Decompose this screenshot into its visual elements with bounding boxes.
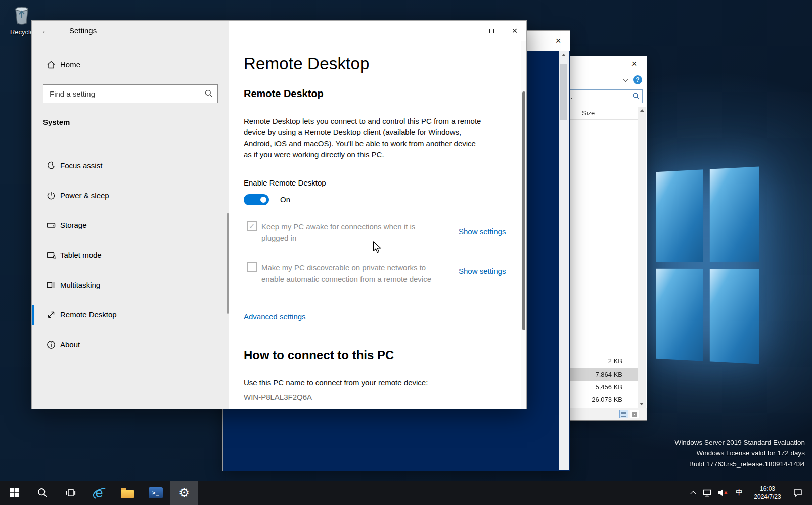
scroll-down-icon xyxy=(640,403,644,405)
watermark-line: Windows License valid for 172 days xyxy=(675,448,805,458)
sidebar-item-label: Tablet mode xyxy=(60,245,102,265)
sidebar-item-remote-desktop[interactable]: Remote Desktop xyxy=(32,305,229,325)
thumbnails-view-button[interactable] xyxy=(630,410,639,418)
action-center-button[interactable] xyxy=(788,481,808,505)
search-icon xyxy=(37,488,48,498)
remote-desktop-description: Remote Desktop lets you connect to and c… xyxy=(244,116,482,160)
close-icon xyxy=(555,36,561,46)
sidebar-item-label: Power & sleep xyxy=(60,186,109,206)
close-icon xyxy=(512,26,517,36)
discoverable-checkbox[interactable] xyxy=(247,262,257,272)
tray-overflow-button[interactable] xyxy=(687,481,700,505)
tablet-mode-icon xyxy=(46,250,56,260)
settings-sidebar: Settings Home System xyxy=(32,21,229,409)
multitasking-icon xyxy=(46,280,56,290)
how-to-connect-heading: How to connect to this PC xyxy=(244,348,394,362)
file-explorer-button[interactable] xyxy=(113,481,142,505)
start-icon xyxy=(10,488,19,497)
clock[interactable]: 16:03 2024/7/23 xyxy=(747,481,788,505)
settings-maximize-button[interactable] xyxy=(480,21,503,41)
clock-date: 2024/7/23 xyxy=(754,493,781,501)
minimize-icon xyxy=(581,64,586,64)
scroll-thumb[interactable] xyxy=(560,64,567,120)
sidebar-nav-list: Focus assist Power & sleep Storage xyxy=(32,156,229,364)
sidebar-item-label: About xyxy=(60,335,80,355)
sidebar-item-tablet-mode[interactable]: Tablet mode xyxy=(32,245,229,265)
search-input[interactable] xyxy=(43,85,217,103)
content-scrollbar-thumb[interactable] xyxy=(522,91,525,330)
keep-awake-label: Keep my PC awake for connections when it… xyxy=(261,221,433,244)
ime-label: 中 xyxy=(736,488,743,497)
keep-awake-checkbox[interactable] xyxy=(247,221,257,231)
page-title: Remote Desktop xyxy=(244,54,370,73)
network-icon xyxy=(703,489,712,497)
console-scrollbar[interactable] xyxy=(559,51,569,470)
wallpaper-pane xyxy=(656,169,703,262)
sidebar-item-power-sleep[interactable]: Power & sleep xyxy=(32,186,229,206)
sidebar-item-label: Focus assist xyxy=(60,156,102,176)
sidebar-item-label: Remote Desktop xyxy=(60,305,117,325)
settings-app-button[interactable] xyxy=(170,481,198,505)
powershell-button[interactable] xyxy=(142,481,170,505)
ribbon-collapse-chevron-icon[interactable] xyxy=(623,77,628,82)
powershell-icon xyxy=(149,487,163,498)
watermark-line: Windows Server 2019 Standard Evaluation xyxy=(675,437,805,448)
power-icon xyxy=(46,191,56,201)
sidebar-item-label: Storage xyxy=(60,215,87,236)
size-column-header[interactable]: Size xyxy=(582,107,595,120)
toggle-state-label: On xyxy=(280,195,290,204)
volume-muted-button[interactable] xyxy=(715,481,731,505)
sidebar-item-label: Home xyxy=(60,55,80,75)
chevron-up-icon xyxy=(690,491,696,496)
pc-name-value: WIN-P8LAL3F2Q6A xyxy=(244,393,312,401)
advanced-settings-link[interactable]: Advanced settings xyxy=(244,312,306,321)
remote-desktop-toggle[interactable] xyxy=(244,194,269,205)
wallpaper-pane xyxy=(710,166,759,262)
file-size: 26,073 KB xyxy=(592,396,622,403)
clock-time: 16:03 xyxy=(754,485,781,493)
console-close-button[interactable] xyxy=(547,31,570,51)
sidebar-item-home[interactable]: Home xyxy=(32,55,229,75)
file-size: 2 KB xyxy=(608,357,622,365)
explorer-maximize-button[interactable] xyxy=(596,56,621,71)
taskbar-search-button[interactable] xyxy=(28,481,57,505)
settings-close-button[interactable] xyxy=(503,21,526,41)
task-view-icon xyxy=(66,488,76,498)
find-a-setting-search[interactable] xyxy=(43,84,218,103)
task-view-button[interactable] xyxy=(57,481,85,505)
sidebar-item-storage[interactable]: Storage xyxy=(32,215,229,236)
windows-logo-wallpaper xyxy=(656,166,759,364)
settings-window: Settings Home System xyxy=(31,20,527,409)
network-status-button[interactable] xyxy=(700,481,715,505)
sidebar-item-label: Multitasking xyxy=(60,275,100,295)
maximize-icon xyxy=(489,29,494,33)
focus-assist-icon xyxy=(46,161,56,171)
file-size: 7,864 KB xyxy=(596,371,623,378)
settings-content: Remote Desktop Remote Desktop Remote Des… xyxy=(229,21,526,409)
sidebar-scrollbar[interactable] xyxy=(227,213,229,314)
start-button[interactable] xyxy=(0,481,28,505)
explorer-scrollbar[interactable] xyxy=(638,107,646,408)
about-icon xyxy=(46,340,56,350)
sidebar-item-multitasking[interactable]: Multitasking xyxy=(32,275,229,295)
sidebar-item-focus-assist[interactable]: Focus assist xyxy=(32,156,229,176)
discoverable-label: Make my PC discoverable on private netwo… xyxy=(261,262,439,285)
minimize-icon xyxy=(466,31,471,31)
back-button[interactable] xyxy=(36,22,56,40)
toggle-knob xyxy=(260,197,266,203)
help-icon[interactable]: ? xyxy=(633,75,642,84)
details-view-button[interactable] xyxy=(619,410,628,418)
details-view-icon xyxy=(621,412,626,417)
explorer-close-button[interactable] xyxy=(621,56,647,71)
internet-explorer-button[interactable]: e xyxy=(85,481,113,505)
internet-explorer-icon: e xyxy=(95,486,103,500)
keep-awake-show-settings-link[interactable]: Show settings xyxy=(459,227,506,236)
action-center-icon xyxy=(793,489,802,497)
explorer-minimize-button[interactable] xyxy=(571,56,596,71)
settings-minimize-button[interactable] xyxy=(457,21,480,41)
ime-indicator[interactable]: 中 xyxy=(731,481,747,505)
file-size: 5,456 KB xyxy=(596,383,623,391)
sidebar-item-about[interactable]: About xyxy=(32,335,229,355)
taskbar: e xyxy=(0,481,812,505)
discoverable-show-settings-link[interactable]: Show settings xyxy=(459,267,506,276)
